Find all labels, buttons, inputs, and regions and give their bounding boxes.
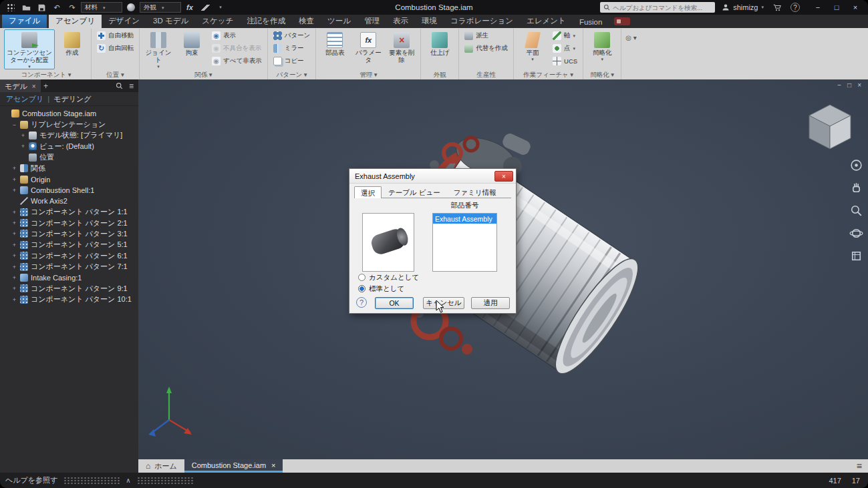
tree-item[interactable]: +ビュー: (Default) [0,141,138,152]
tree-item[interactable]: +コンポーネント パターン 2:1 [0,218,138,228]
user-account-button[interactable]: shimizg ▾ [722,3,764,11]
ribbon-tab-fusion[interactable]: Fusion [573,16,609,28]
open-file-icon[interactable] [19,1,33,13]
help-search-box[interactable] [600,2,715,13]
expand-icon[interactable]: + [11,187,17,194]
ribbon-tab-model-3d[interactable]: 3D モデル [146,14,195,28]
dialog-tab-0[interactable]: 選択 [354,186,382,198]
finish-button[interactable]: 仕上げ [424,29,456,69]
appearance-sphere-icon[interactable] [124,1,138,13]
ribbon-tab-file[interactable]: ファイル [2,14,47,28]
ribbon-tab-tools[interactable]: ツール [321,14,357,28]
tree-item[interactable]: +コンポーネント パターン 7:1 [0,261,138,272]
tree-item[interactable]: +コンポーネント パターン 6:1 [0,250,138,261]
doc-restore-icon[interactable]: □ [847,81,851,89]
restore-icon[interactable]: □ [828,1,845,13]
mode-assembly-link[interactable]: アセンブリ [6,94,43,104]
minimize-icon[interactable]: − [809,1,827,13]
hide-all-relationships-button[interactable]: すべて非表示 [209,55,265,67]
tree-item[interactable]: +コンポーネント パターン 1:1 [0,207,138,218]
close-icon[interactable]: × [847,1,864,13]
doc-minimize-icon[interactable]: − [837,81,841,89]
expand-icon[interactable]: + [20,143,26,150]
expand-icon[interactable]: + [11,242,17,248]
dialog-tab-1[interactable]: テーブル ビュー [382,186,447,198]
browser-tab-model[interactable]: モデル × [0,79,41,92]
collapse-icon[interactable]: − [11,121,17,128]
ribbon-tab-view[interactable]: 表示 [386,14,415,28]
document-tab-home[interactable]: ⌂ホーム [138,459,184,473]
view-cube[interactable] [801,97,859,154]
doc-close-icon[interactable]: × [857,81,861,89]
help-search-input[interactable] [613,4,712,11]
orbit-icon[interactable] [849,226,863,240]
free-move-button[interactable]: 自由移動 [94,29,136,41]
measure-icon[interactable] [198,1,212,13]
create-button[interactable]: 作成 [56,29,88,69]
tree-item[interactable]: +Origin [0,174,138,184]
ribbon-tab-assembly[interactable]: アセンブリ [49,14,102,28]
copy-button[interactable]: コピー [271,55,313,67]
expand-icon[interactable]: + [20,132,26,139]
help-icon[interactable]: ? [790,3,800,12]
plane-button[interactable]: 平面▾ [517,29,549,69]
expand-icon[interactable]: + [11,220,17,226]
qat-customize-icon[interactable]: ▾ [214,1,227,13]
tree-item[interactable]: −リプレゼンテーション [0,119,138,130]
browser-menu-icon[interactable]: ≡ [129,81,134,91]
radio-option-0[interactable]: カスタムとして [358,272,419,283]
free-rotate-button[interactable]: 自由回転 [94,42,136,54]
close-icon[interactable]: × [32,83,36,90]
expand-icon[interactable]: + [11,285,17,292]
radio-option-1[interactable]: 標準として [358,283,419,294]
chevron-up-icon[interactable]: ∧ [126,477,130,484]
zoom-icon[interactable] [849,204,863,218]
show-relationships-button[interactable]: 表示 [209,29,265,41]
document-tab-combustion-stage[interactable]: Combustion Stage.iam× [184,459,283,473]
3d-viewport[interactable]: − □ × Exhaust Assembly × 選択テーブ [138,79,868,459]
mirror-button[interactable]: ミラー [271,42,313,54]
ribbon-tab-design[interactable]: デザイン [102,14,146,28]
ribbon-display-options[interactable]: ◎ ▾ [625,34,637,41]
redo-icon[interactable]: ↷ [65,1,79,13]
place-from-content-center-button[interactable]: コンテンツセンターから配置▾ [4,29,55,69]
add-browser-tab-icon[interactable]: + [41,81,51,91]
tab-list-menu-icon[interactable]: ≡ [857,461,868,471]
tree-item[interactable]: +コンポーネント パターン 5:1 [0,240,138,250]
part-list-item[interactable]: Exhaust Assembly [433,214,496,224]
save-icon[interactable] [35,1,48,13]
tree-item[interactable]: +コンポーネント パターン 10:1 [0,294,138,305]
dialog-tab-2[interactable]: ファミリ情報 [447,186,503,198]
look-at-icon[interactable] [849,249,863,263]
constrain-button[interactable]: 拘束 [176,29,208,69]
tree-item[interactable]: +関係 [0,163,138,174]
tree-item[interactable]: Combustion Stage.iam [0,108,138,119]
app-menu-icon[interactable] [4,1,17,13]
parameters-fx-icon[interactable]: fx [183,1,196,13]
tree-item[interactable]: 位置 [0,152,138,163]
mode-modeling-link[interactable]: モデリング [53,94,91,104]
tree-item[interactable]: +モデル状態: [プライマリ] [0,130,138,141]
expand-icon[interactable]: + [11,252,17,259]
simplify-button[interactable]: 簡略化▾ [586,29,618,69]
derive-button[interactable]: 派生 [462,29,511,41]
axis-button[interactable]: 軸▾ [550,29,580,41]
tree-item[interactable]: Work Axis2 [0,196,138,206]
dialog-title-bar[interactable]: Exhaust Assembly × [349,169,516,184]
expand-icon[interactable]: + [11,296,17,303]
expand-icon[interactable]: + [11,230,17,237]
tree-item[interactable]: +Intake Casing:1 [0,272,138,283]
expand-icon[interactable]: + [11,264,17,270]
pattern-button[interactable]: パターン [271,29,313,41]
dialog-help-button[interactable]: ? [356,297,367,308]
close-tab-icon[interactable]: × [271,461,275,469]
expand-icon[interactable]: + [11,176,17,183]
browser-search-icon[interactable] [116,82,123,89]
tree-item[interactable]: +Combustion Shell:1 [0,185,138,196]
ucs-button[interactable]: UCS [550,55,580,67]
screencast-icon[interactable] [614,17,630,25]
tree-item[interactable]: +コンポーネント パターン 3:1 [0,228,138,239]
pan-hand-icon[interactable] [849,181,863,195]
expand-icon[interactable]: + [11,209,17,216]
delete-element-button[interactable]: 要素を削除 [386,29,418,69]
